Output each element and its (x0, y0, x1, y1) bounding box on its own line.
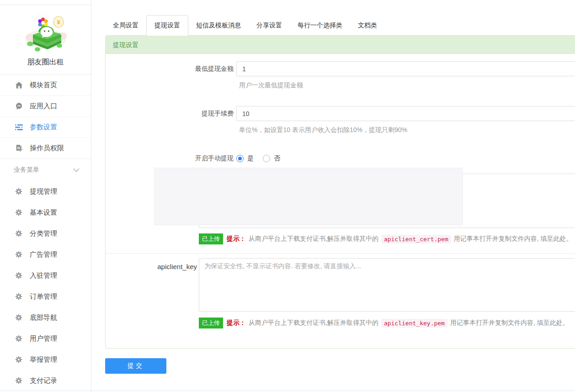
sidebar: ¥ 朋友圈出租 (0, 0, 91, 392)
sidebar-item-report-management[interactable]: 举报管理 (0, 349, 91, 370)
app-title: 朋友圈出租 (0, 58, 91, 67)
tab-global-settings[interactable]: 全局设置 (105, 15, 146, 36)
section-label: 业务菜单 (14, 166, 39, 174)
manual-withdraw-label: 开启手动提现 (106, 154, 234, 163)
sidebar-item-label: 订单管理 (30, 292, 57, 301)
tab-share-settings[interactable]: 分享设置 (249, 15, 290, 36)
sidebar-item-label: 分类管理 (30, 229, 57, 238)
min-amount-input[interactable] (236, 61, 575, 76)
sidebar-item-payment-records[interactable]: 支付记录 (0, 370, 91, 391)
sidebar-item-label: 参数设置 (30, 123, 57, 132)
app-logo-image: ¥ (19, 11, 72, 53)
sidebar-item-label: 举报管理 (30, 355, 57, 364)
gear-icon (15, 251, 22, 258)
min-amount-help: 用户一次最低提现金额 (239, 81, 575, 90)
uploaded-badge: 已上传 (199, 318, 223, 328)
cert-filename-chip: apiclient_cert.pem (381, 235, 451, 244)
radio-yes[interactable] (236, 155, 244, 162)
form-row-min-amount: 最低提现金额 (106, 61, 575, 76)
submit-button[interactable]: 提交 (105, 358, 166, 374)
fee-input[interactable] (236, 106, 575, 121)
sidebar-item-app-entry[interactable]: 应用入口 (0, 95, 91, 117)
settings-tabs: 全局设置 提现设置 短信及模板消息 分享设置 每行一个选择类 文档类 (105, 15, 575, 36)
sidebar-business-menu: 提现管理 基本设置 分类管理 广告管理 入驻管理 订单管理 底部导航 用户管理 (0, 181, 91, 391)
sidebar-item-label: 底部导航 (30, 313, 57, 322)
hint-title: 提示： (227, 319, 246, 327)
sidebar-section-business-menu[interactable]: 业务菜单 (0, 159, 91, 181)
main-content: 全局设置 提现设置 短信及模板消息 分享设置 每行一个选择类 文档类 提现设置 … (91, 0, 575, 392)
form-row-fee: 提现手续费 (106, 106, 575, 121)
sidebar-item-user-management[interactable]: 用户管理 (0, 328, 91, 349)
gear-icon (15, 377, 22, 384)
document-edit-icon (15, 144, 23, 152)
gear-icon (15, 293, 22, 300)
sidebar-item-label: 模块首页 (30, 81, 57, 90)
sidebar-item-operator-permissions[interactable]: 操作员权限 (0, 138, 91, 159)
cert-loading-overlay (154, 168, 463, 225)
chevron-down-icon (73, 166, 80, 174)
bottom-divider (0, 391, 575, 391)
chat-bubble-icon (15, 102, 23, 110)
panel-body: 最低提现金额 用户一次最低提现金额 提现手续费 单位%，如设置10 表示用户收入… (106, 54, 575, 348)
gear-icon (15, 230, 22, 237)
hint-text-after: 用记事本打开并复制文件内容, 填至此处。 (454, 235, 573, 243)
sidebar-item-label: 支付记录 (30, 376, 57, 385)
fee-label: 提现手续费 (106, 110, 234, 118)
sidebar-item-ad-management[interactable]: 广告管理 (0, 244, 91, 265)
key-filename-chip: apiclient_key.pem (381, 319, 447, 328)
hint-text-before: 从商户平台上下载支付证书,解压并取得其中的 (249, 319, 378, 327)
gear-icon (15, 188, 22, 195)
sidebar-item-order-management[interactable]: 订单管理 (0, 286, 91, 307)
sidebar-item-label: 广告管理 (30, 250, 57, 259)
tab-withdraw-settings[interactable]: 提现设置 (146, 15, 188, 36)
form-row-manual-withdraw: 开启手动提现 是 否 (106, 154, 575, 163)
hint-title: 提示： (227, 235, 246, 243)
hint-text-after: 用记事本打开并复制文件内容, 填至此处。 (450, 319, 569, 327)
key-hint: 已上传 提示： 从商户平台上下载支付证书,解压并取得其中的 apiclient_… (199, 318, 575, 328)
sidebar-item-merchant-management[interactable]: 入驻管理 (0, 265, 91, 286)
gear-icon (15, 314, 22, 321)
sidebar-item-basic-settings[interactable]: 基本设置 (0, 202, 91, 223)
gear-icon (15, 272, 22, 279)
uploaded-badge: 已上传 (199, 233, 223, 244)
radio-no[interactable] (263, 155, 270, 162)
sidebar-item-withdraw-management[interactable]: 提现管理 (0, 181, 91, 202)
sidebar-top-divider (0, 5, 91, 5)
radio-no-label[interactable]: 否 (274, 154, 280, 163)
sidebar-item-bottom-nav[interactable]: 底部导航 (0, 307, 91, 328)
fee-help: 单位%，如设置10 表示用户收入会扣除10%，提现只剩90% (239, 126, 575, 134)
home-icon (15, 81, 23, 89)
cert-hint: 已上传 提示： 从商户平台上下载支付证书,解压并取得其中的 apiclient_… (199, 233, 575, 244)
manual-withdraw-radios: 是 否 (236, 154, 575, 163)
hint-text-before: 从商户平台上下载支付证书,解压并取得其中的 (249, 235, 378, 243)
tab-docs[interactable]: 文档类 (350, 15, 385, 36)
svg-text:¥: ¥ (57, 19, 60, 26)
form-row-apiclient-key: apiclient_key (106, 258, 575, 313)
apiclient-key-label: apiclient_key (106, 258, 197, 270)
gear-icon (15, 209, 22, 216)
gear-icon (15, 356, 22, 363)
min-amount-label: 最低提现金额 (106, 65, 234, 73)
app-logo: ¥ 朋友圈出租 (0, 0, 91, 67)
radio-yes-label[interactable]: 是 (247, 154, 254, 163)
gear-icon (15, 335, 22, 342)
list-settings-icon (15, 123, 23, 131)
sidebar-item-label: 操作员权限 (30, 144, 64, 153)
sidebar-item-label: 用户管理 (30, 334, 57, 343)
sidebar-item-category-management[interactable]: 分类管理 (0, 223, 91, 244)
withdraw-settings-panel: 提现设置 最低提现金额 用户一次最低提现金额 提现手续费 单位%，如设置10 表… (105, 35, 575, 349)
sidebar-item-parameter-settings[interactable]: 参数设置 (0, 117, 91, 138)
apiclient-key-textarea[interactable] (199, 258, 575, 312)
sidebar-item-label: 基本设置 (30, 208, 57, 217)
divider (106, 253, 575, 254)
sidebar-main-menu: 模块首页 应用入口 参数设置 操作员权限 (0, 74, 91, 159)
tab-sms-template-message[interactable]: 短信及模板消息 (188, 15, 249, 36)
sidebar-item-label: 入驻管理 (30, 271, 57, 280)
panel-title: 提现设置 (106, 36, 575, 54)
sidebar-item-label: 应用入口 (30, 102, 57, 111)
sidebar-item-module-home[interactable]: 模块首页 (0, 74, 91, 95)
tab-one-choice-per-line[interactable]: 每行一个选择类 (290, 15, 350, 36)
sidebar-item-label: 提现管理 (30, 187, 57, 196)
